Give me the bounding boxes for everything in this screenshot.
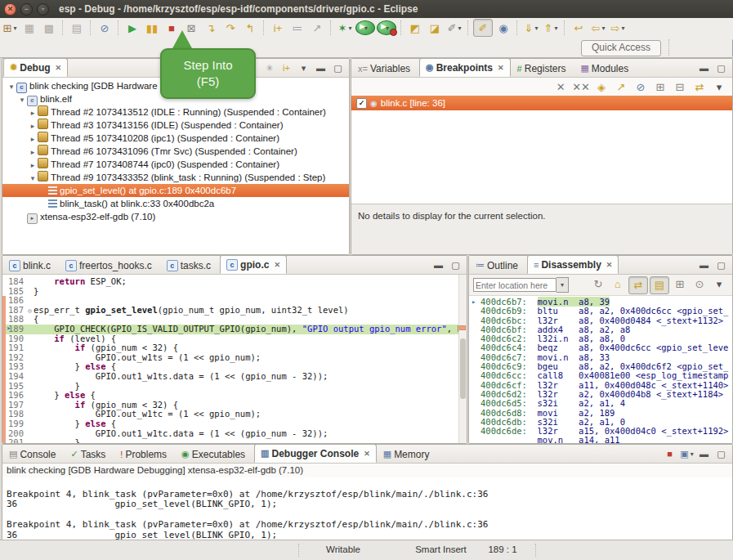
view-menu-button[interactable]: ▾ [710,78,728,95]
forward-button[interactable]: ⇨▾ [609,20,627,36]
tab-outline[interactable]: ≔Outline [470,257,526,274]
code-line[interactable]: 184 return ESP_OK; [2,277,467,287]
maximize-button[interactable]: ▢ [713,447,729,460]
step-into-button[interactable]: ↴ [202,20,220,36]
external-tools-button[interactable]: ✐▾ [445,20,463,36]
maximize-button[interactable]: ▢ [713,258,729,271]
close-icon[interactable]: ✕ [56,64,62,72]
code-line[interactable]: 185} [2,287,467,297]
debug-button[interactable]: ✶▾ [336,20,354,36]
last-edit-location-button[interactable]: ↩ [570,20,588,36]
debug-tree-row[interactable]: ▸Thread #2 1073413512 (IDLE : Running) (… [2,105,349,119]
tab-registers[interactable]: #Registers [512,60,574,77]
annotations-button[interactable]: ◉ [494,20,512,36]
remove-breakpoint-button[interactable]: ✕ [552,78,570,95]
run-button[interactable]: ▾ [355,20,375,35]
tab-variables[interactable]: x=Variables [352,60,418,77]
expander-icon[interactable]: ▸ [29,132,37,146]
expander-icon[interactable]: ▸ [29,119,37,132]
show-source-button[interactable]: ▤ [650,276,669,294]
profile-button[interactable]: ↗ [308,20,326,36]
trace-button[interactable]: ≔ [288,20,306,36]
scrollbar-thumb[interactable] [460,338,466,399]
code-line[interactable]: 201 } [2,438,467,443]
new-button[interactable]: ⊞▾ [1,20,19,36]
tab-debugger-console[interactable]: ▥Debugger Console✕ [254,444,377,463]
line-number[interactable]: 184 [2,277,26,287]
maximize-button[interactable]: ▢ [713,61,729,74]
previous-annotation-button[interactable]: ⇑▾ [542,20,560,36]
step-return-button[interactable]: ↰ [241,20,259,36]
window-minimize-button[interactable]: − [20,3,33,16]
instruction-stepping-mode-button[interactable]: i+ [279,61,294,74]
breakpoint-checkbox[interactable]: ✓ [356,98,367,109]
collapse-all-button[interactable]: ⊟ [671,78,689,95]
window-maximize-button[interactable]: ▫ [37,3,49,16]
line-number[interactable]: 199 [2,419,26,429]
expander-icon[interactable]: ▸ [29,159,37,172]
mark-occurrences-button[interactable]: ✐ [473,19,493,37]
expander-icon[interactable]: ▸ [29,146,37,159]
sync-with-context-button[interactable]: ⇄ [628,276,648,294]
skip-all-breakpoints-button[interactable]: ⊘ [96,20,114,36]
home-button[interactable]: ⌂ [609,276,627,293]
expander-icon[interactable]: ▾ [29,172,37,185]
tab-tasks[interactable]: ✓Tasks [65,446,114,463]
save-all-button[interactable]: ▩ [40,20,58,36]
open-project-button[interactable]: ◩ [406,20,424,36]
line-number[interactable]: 196 [2,391,26,401]
build-button[interactable]: ▤ [68,20,86,36]
console-output[interactable]: Breakpoint 4, blink_task (pvParameter=0x… [2,477,732,540]
next-annotation-button[interactable]: ⇓▾ [522,20,540,36]
show-supported-breakpoints-button[interactable]: ◈ [592,78,610,95]
expander-icon[interactable]: ▾ [18,93,26,106]
line-number[interactable]: 194 [2,372,26,382]
window-close-button[interactable]: ✕ [4,3,16,16]
debug-tree-row[interactable]: ▸Thread #6 1073431096 (Tmr Svc) (Suspend… [2,145,349,158]
debug-tree-row[interactable]: ▸Thread #7 1073408744 (ipc0) (Suspended … [2,158,349,171]
line-number[interactable]: 191 [2,343,26,353]
tab-debug[interactable]: ✹ Debug ✕ [3,58,68,77]
close-icon[interactable]: ✕ [364,450,370,458]
tab-executables[interactable]: ◉Executables [176,446,253,463]
instruction-stepping-button[interactable]: i+ [269,20,287,36]
refresh-button[interactable]: ↻ [589,276,607,293]
tab-memory[interactable]: ▦Memory [378,446,438,463]
disassembly-row[interactable]: mov.n a14, a11 [480,436,732,443]
expand-all-button[interactable]: ⊞ [651,78,669,95]
debug-tree-row[interactable]: ▸Thread #3 1073413156 (IDLE) (Suspended … [2,119,349,132]
step-over-button[interactable]: ↷ [221,20,239,36]
minimize-button[interactable]: ▬ [696,447,712,460]
debug-tree-row[interactable]: ▸xtensa-esp32-elf-gdb (7.10) [2,210,349,223]
tab-modules[interactable]: ▦Modules [574,60,637,77]
remove-all-terminated-button[interactable]: ✳ [261,61,277,74]
tab-blink-c[interactable]: cblink.c [3,257,59,274]
quick-access-button[interactable]: Quick Access [581,40,661,56]
tab-gpio-c[interactable]: cgpio.c✕ [220,255,287,274]
link-with-debug-view-button[interactable]: ⇄ [691,78,708,95]
view-menu-button[interactable]: ▾ [710,276,728,293]
save-button[interactable]: ▦ [20,20,38,36]
close-icon[interactable]: ✕ [498,64,504,72]
debug-tree-row[interactable]: gpio_set_level() at gpio.c:189 0x400dc6b… [2,184,349,197]
tab-disassembly[interactable]: ≡Disassembly✕ [527,255,619,274]
suspend-button[interactable]: ▮▮ [143,20,161,36]
close-icon[interactable]: ✕ [606,261,613,269]
view-menu-button[interactable]: ▾ [296,61,311,74]
new-view-button[interactable]: ⊞ [671,276,689,293]
minimize-button[interactable]: ▬ [431,258,446,271]
back-button[interactable]: ⇦▾ [589,20,607,36]
minimize-button[interactable]: ▬ [696,61,712,74]
location-dropdown-button[interactable]: ▾ [556,277,569,293]
open-file-button[interactable]: ◪ [426,20,444,36]
editor-scrollbar[interactable] [458,275,467,443]
debug-tree-row[interactable]: ▸Thread #5 1073410208 (ipc1) (Suspended … [2,132,349,145]
code-line[interactable]: 187⊝esp_err_t gpio_set_level(gpio_num_t … [2,306,467,316]
minimize-button[interactable]: ▬ [313,61,329,74]
maximize-button[interactable]: ▢ [448,258,463,271]
tab-freertos-hooks-c[interactable]: cfreertos_hooks.c [60,257,160,274]
coverage-button[interactable]: ▾ [377,20,396,35]
debug-tree-row[interactable]: blink_task() at blink.c:33 0x400dbc2a [2,197,349,210]
terminate-button[interactable]: ■ [662,447,677,460]
breakpoint-row[interactable]: ✓◉blink.c [line: 36] [351,96,732,110]
